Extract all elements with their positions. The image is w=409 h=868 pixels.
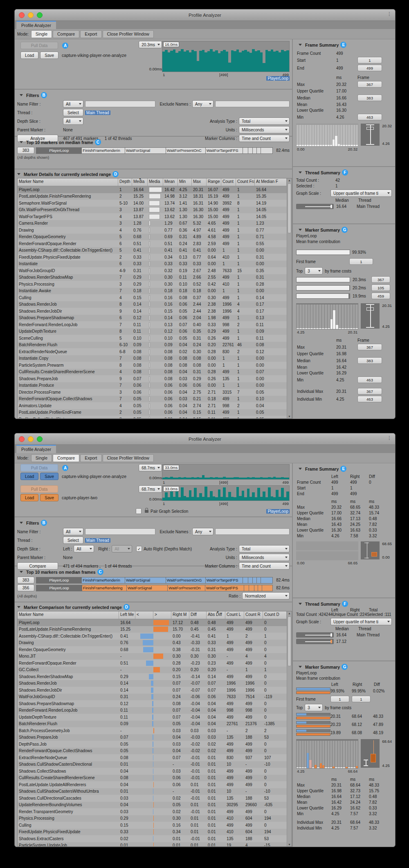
foldout-icon[interactable]: [299, 229, 302, 231]
table-row[interactable]: Shadows.PrepareShadowmap0.120.08-0.040.0…: [18, 700, 287, 707]
graph-scale-dropdown[interactable]: Upper quartile of frame ti: [330, 618, 392, 625]
column-header[interactable]: Mean: [163, 178, 178, 186]
foldout-icon[interactable]: [299, 603, 302, 605]
column-header[interactable]: Min: [178, 178, 192, 186]
first-frame-right-button[interactable]: 1: [352, 696, 371, 702]
table-row[interactable]: Render.TransparentGeometry0.030.02-0.010…: [18, 808, 287, 815]
top10-segment[interactable]: [243, 147, 248, 154]
table-row[interactable]: Instantiate.Awake70.180.180.180.180.0011…: [18, 288, 287, 295]
table-row[interactable]: Physics.Processing0.290.300.010.01410604…: [18, 815, 287, 822]
graph-scale-dropdown[interactable]: Upper quartile of frame ti: [330, 189, 392, 197]
top10-segment[interactable]: WaitForPresentOnG: [166, 577, 206, 584]
table-row[interactable]: Instantiate.Produce70.060.060.060.060.00…: [18, 382, 287, 389]
top10-frame-button[interactable]: 383: [17, 577, 34, 584]
table-row[interactable]: Culling40.150.160.080.370.3049910.14: [18, 294, 287, 301]
pair-graph-checkbox[interactable]: [136, 508, 142, 514]
table-row[interactable]: FixedUpdate.PhysicsFixedUpdate0.330.340.…: [18, 829, 287, 836]
foldout-icon[interactable]: [20, 94, 23, 96]
marker-histogram[interactable]: [296, 303, 358, 329]
name-filter-input[interactable]: [85, 528, 155, 535]
save-button[interactable]: Save: [40, 494, 58, 501]
table-row[interactable]: Physics.Processing30.290.300.100.520.424…: [18, 281, 287, 288]
frame-time-graph[interactable]: 16.0ms: [162, 41, 290, 72]
column-header[interactable]: Count Fra: [236, 178, 255, 186]
title-bar[interactable]: Profile Analyzer ⋮: [15, 433, 395, 445]
load-button[interactable]: Load: [20, 494, 38, 501]
foldout-icon[interactable]: [299, 44, 302, 46]
table-header[interactable]: Marker NameDepthMedia▼MediaMeanMinMaxRan…: [18, 178, 287, 186]
table-row[interactable]: Instantiate60.330.330.330.330.00110.00: [18, 261, 287, 268]
table-row[interactable]: WaitForTargetFPS413.8713.621.3016.3015.0…: [18, 213, 287, 220]
table-row[interactable]: RenderForwardOpaque.CollectShadows70.050…: [18, 396, 287, 403]
column-header[interactable]: Count R: [244, 611, 263, 619]
top10-segment[interactable]: WaitForPresentOnC: [166, 147, 206, 154]
table-row[interactable]: Assembly-CSharp.dll!::Collectable.OnTrig…: [18, 247, 287, 254]
top-n-dropdown[interactable]: 3: [305, 704, 323, 711]
table-row[interactable]: Shadows.PrepareJob0.070.04-0.030.0313518…: [18, 734, 287, 741]
mode-export-button[interactable]: Export: [80, 30, 101, 38]
mode-single-button[interactable]: Single: [31, 454, 52, 462]
analysis-type-dropdown[interactable]: Total: [239, 545, 290, 552]
table-row[interactable]: Assembly-CSharp.dll!::Collectable.OnTrig…: [18, 633, 287, 640]
table-row[interactable]: Drawing40.760.770.364.974.6149910.77: [18, 227, 287, 234]
kebab-menu-icon[interactable]: ⋮: [387, 11, 392, 17]
table-row[interactable]: Shadows.CullShadowCastersWithoutUmbra0.0…: [18, 788, 287, 795]
title-bar[interactable]: Profile Analyzer ⋮: [15, 9, 395, 21]
kebab-menu-icon[interactable]: ⋮: [387, 435, 392, 441]
table-row[interactable]: RenderForwardOpaque.CollectShadows0.050.…: [18, 748, 287, 755]
table-row[interactable]: Shadows.CollectShadows0.040.03-0.010.014…: [18, 768, 287, 775]
close-profiler-window-button[interactable]: Close Profiler Window: [103, 30, 154, 38]
top10-segment[interactable]: PlayerLoop: [36, 577, 82, 584]
top10-segment[interactable]: [257, 147, 261, 154]
vertical-scrollbar[interactable]: ▲▼: [287, 611, 292, 846]
table-row[interactable]: RenderForward.RenderLoopJob70.110.130.07…: [18, 321, 287, 328]
column-header[interactable]: Media: [148, 178, 163, 186]
mode-single-button[interactable]: Single: [31, 30, 52, 38]
table-row[interactable]: Shadows.RenderJob0.140.07-0.070.07199619…: [18, 680, 287, 687]
frame-jump-button[interactable]: 1: [357, 57, 382, 63]
table-row[interactable]: BatchRenderer.Flush0.090.05-0.040.042276…: [18, 721, 287, 728]
column-header[interactable]: Left Me: [119, 611, 135, 619]
save-button[interactable]: Save: [40, 473, 58, 480]
column-header[interactable]: >: [153, 611, 171, 619]
pull-data-button[interactable]: Pull Data: [20, 42, 58, 49]
table-row[interactable]: Shadows.RenderShadowMap70.290.300.112.66…: [18, 274, 287, 281]
table-row[interactable]: UpdateRendererBoundingVolumes0.040.050.0…: [18, 802, 287, 809]
table-header[interactable]: Marker NameLeft Me<>Right MDiffAbs Diff▼…: [18, 611, 287, 619]
column-header[interactable]: Media▼: [132, 178, 148, 186]
table-row[interactable]: Shadows.ExtractCasters0.020.01-0.010.011…: [18, 835, 287, 842]
table-row[interactable]: PostLateUpdate.FinishFrameRendering215.2…: [18, 193, 287, 200]
mode-export-button[interactable]: Export: [80, 454, 101, 462]
table-row[interactable]: ExtractRenderNodeQueue0.080.07-0.010.018…: [18, 754, 287, 761]
units-dropdown[interactable]: Milliseconds: [239, 554, 290, 561]
table-row[interactable]: Director.ProcessFrame30.060.060.042.752.…: [18, 389, 287, 396]
table-row[interactable]: Profiler.CollectGlobalStats30.050.060.04…: [18, 416, 287, 418]
top10-segment[interactable]: WaitForTargetFPS: [206, 147, 243, 154]
table-row[interactable]: Shadows.CullDirectionalCascades0.030.02-…: [18, 795, 287, 802]
table-row[interactable]: CullResults.CreateSharedRendererScene0.0…: [18, 775, 287, 782]
table-row[interactable]: Camera.Render31.281.290.675.324.6549911.…: [18, 220, 287, 227]
column-header[interactable]: <: [135, 611, 153, 619]
table-row[interactable]: WaitForJobGroupID0.310.24-0.060.06763375…: [18, 694, 287, 701]
column-header[interactable]: Diff: [189, 611, 207, 619]
close-profiler-window-button[interactable]: Close Profiler Window: [103, 454, 154, 462]
table-row[interactable]: ParticleSystem.Prewarm80.080.080.080.080…: [18, 362, 287, 369]
frame-jump-button[interactable]: 463: [357, 114, 382, 120]
depth-right-dropdown[interactable]: All: [112, 545, 132, 552]
top10-segment[interactable]: WaitForPresentOn: [168, 585, 205, 591]
marker-columns-dropdown[interactable]: Time and Count: [239, 562, 290, 570]
column-header[interactable]: Marker Name: [18, 611, 119, 619]
exclude-names-input[interactable]: [215, 101, 290, 107]
top10-segment[interactable]: [254, 585, 258, 591]
table-row[interactable]: Shadows.CullShadowCastersDirectional0.01…: [18, 761, 287, 768]
exclude-mode-dropdown[interactable]: Any: [192, 528, 213, 535]
frame-jump-button[interactable]: 383: [357, 95, 382, 101]
name-filter-mode-dropdown[interactable]: All: [63, 528, 83, 535]
first-frame-button[interactable]: 1: [349, 258, 373, 265]
foldout-icon[interactable]: [20, 141, 23, 143]
thread-bar-row[interactable]: 17.12: [296, 639, 392, 644]
selected-marker-tag[interactable]: PlayerLoop: [266, 76, 290, 81]
top10-segment[interactable]: [253, 147, 257, 154]
table-row[interactable]: Drawing0.760.43-0.330.334994990: [18, 640, 287, 647]
marker-histogram[interactable]: [296, 739, 358, 769]
